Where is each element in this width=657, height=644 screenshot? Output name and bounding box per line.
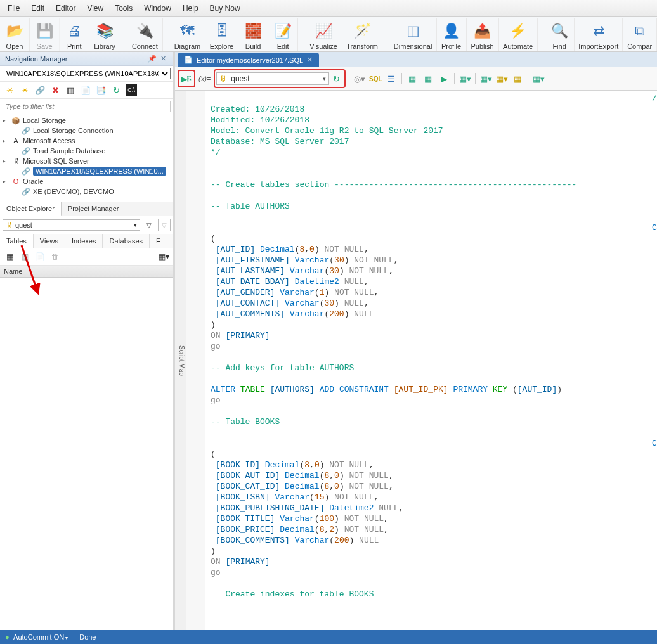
connection-selector[interactable]: WIN10APEX18\SQLEXPRESS (WIN10APEX18\Cl..…	[0, 66, 173, 82]
ribbon-importexport[interactable]: ⇄ImportExport	[575, 18, 623, 51]
nav-ic1-icon[interactable]: ✳	[4, 84, 15, 96]
refresh-button[interactable]: ↻	[329, 72, 343, 86]
ribbon-connect[interactable]: 🔌Connect	[127, 18, 163, 51]
tb-ic3-icon[interactable]: ☰	[384, 72, 398, 86]
ribbon-publish[interactable]: 📤Publish	[467, 18, 499, 51]
print-icon: 🖨	[64, 21, 84, 41]
filter-button[interactable]: ▽	[143, 219, 155, 231]
ribbon-automate[interactable]: ⚡Automate	[499, 18, 538, 51]
nav-ic3-icon[interactable]: 🔗	[34, 84, 46, 96]
tb-ic1-icon[interactable]: ◎▾	[353, 72, 367, 86]
fx-label: (x)=	[197, 75, 212, 82]
tab-databases[interactable]: Databases	[103, 234, 150, 248]
ribbon-edit[interactable]: 📝Edit	[268, 18, 298, 51]
ribbon-compar[interactable]: ⧉Compar	[623, 18, 657, 51]
tab-close-icon[interactable]: ✕	[307, 56, 313, 64]
tab-more[interactable]: F	[150, 234, 167, 248]
tab-object-explorer[interactable]: Object Explorer	[0, 202, 62, 216]
nav-ic7-icon[interactable]: 📑	[95, 84, 107, 96]
tab-project-manager[interactable]: Project Manager	[62, 202, 126, 216]
diagram-icon: 🗺	[177, 21, 197, 41]
ribbon-open[interactable]: 📂Open	[0, 18, 30, 51]
tb-ic5-icon[interactable]: ▦	[421, 72, 435, 86]
tb-ic7-icon[interactable]: ▦▾	[458, 72, 472, 86]
tb-ic4-icon[interactable]: ▦	[405, 72, 419, 86]
tb-ic11-icon[interactable]: ▦▾	[531, 72, 545, 86]
tree-node-icon: 📦	[11, 116, 20, 125]
nav-ic6-icon[interactable]: 📄	[80, 84, 91, 96]
menu-tools[interactable]: Tools	[110, 2, 138, 15]
ribbon-print[interactable]: 🖨Print	[60, 18, 89, 51]
ribbon-library[interactable]: 📚Library	[89, 18, 120, 51]
tb-ic9-icon[interactable]: ▦▾	[495, 72, 509, 86]
filter-clear-button[interactable]: ▽	[158, 219, 171, 231]
editor-tab[interactable]: 📄 Editor mydemosqlserver2017.SQL ✕	[178, 53, 319, 67]
sql-file-icon: 📄	[184, 56, 193, 64]
nav-filter-input[interactable]	[3, 101, 171, 112]
ribbon-transform[interactable]: 🪄Transform	[342, 18, 383, 51]
tab-views[interactable]: Views	[34, 234, 65, 248]
ribbon-explore[interactable]: 🗄Explore	[205, 18, 238, 51]
close-icon[interactable]: ✕	[159, 55, 168, 63]
script-map-sidebar[interactable]: Script Map	[175, 91, 186, 630]
menu-edit[interactable]: Edit	[26, 2, 49, 15]
object-type-tabs: Tables Views Indexes Databases F	[0, 234, 173, 248]
nav-ic8-icon[interactable]: ↻	[110, 84, 122, 96]
tb-ic6-icon[interactable]: ▶	[437, 72, 451, 86]
obj-ic2-icon[interactable]: ▥	[19, 251, 30, 262]
autocommit-status[interactable]: ● AutoCommit ON▾	[5, 633, 68, 641]
tree-node[interactable]: ▸AMicrosoft Access	[3, 136, 171, 146]
obj-ic3-icon[interactable]: 📄	[34, 251, 46, 262]
code-editor[interactable]: /* Created: 10/26/2018 Modified: 10/26/2…	[205, 91, 657, 630]
database-icon: 🛢	[6, 221, 13, 229]
menu-buynow[interactable]: Buy Now	[205, 2, 245, 15]
tree-node[interactable]: 🔗XE (DEVCMO), DEVCMO	[3, 186, 171, 196]
obj-ic1-icon[interactable]: ▦	[4, 251, 15, 262]
nav-ic4-icon[interactable]: ✖	[49, 84, 61, 96]
ribbon-build[interactable]: 🧱Build	[238, 18, 268, 51]
highlight-db-selector: 🛢 quest ▾ ↻	[214, 69, 346, 88]
menu-help[interactable]: Help	[178, 2, 204, 15]
highlight-exec-button: ▶⎘	[178, 70, 195, 87]
nav-ic5-icon[interactable]: ▥	[65, 84, 76, 96]
object-db-selector[interactable]: 🛢 quest ▾	[3, 219, 140, 231]
status-done: Done	[79, 633, 96, 641]
obj-ic4-icon[interactable]: 🗑	[49, 251, 61, 262]
tab-tables[interactable]: Tables	[0, 234, 34, 248]
edit-icon: 📝	[273, 21, 293, 41]
transform-icon: 🪄	[352, 21, 372, 41]
status-bar: ● AutoCommit ON▾ Done	[0, 630, 657, 644]
tree-node[interactable]: 🔗WIN10APEX18\SQLEXPRESS (WIN10...	[3, 166, 171, 176]
nav-icon-row: ✳ ✴ 🔗 ✖ ▥ 📄 📑 ↻ C:\	[0, 82, 173, 99]
obj-view-icon[interactable]: ▦▾	[158, 251, 169, 262]
ribbon-find[interactable]: 🔍Find	[545, 18, 575, 51]
nav-ic9-icon[interactable]: C:\	[126, 84, 137, 96]
ribbon-diagram[interactable]: 🗺Diagram	[170, 18, 205, 51]
menu-editor[interactable]: Editor	[51, 2, 81, 15]
tree-node[interactable]: 🔗Local Storage Connection	[3, 126, 171, 136]
object-list: Name	[0, 266, 173, 630]
editor-db-selector[interactable]: 🛢 quest ▾	[216, 72, 329, 85]
tree-node[interactable]: ▸📦Local Storage	[3, 115, 171, 126]
execute-button[interactable]: ▶⎘	[179, 72, 193, 86]
object-list-header[interactable]: Name	[0, 266, 173, 278]
nav-ic2-icon[interactable]: ✴	[19, 84, 30, 96]
tb-ic10-icon[interactable]: ▦	[511, 72, 524, 86]
pin-icon[interactable]: 📌	[146, 55, 159, 63]
menu-file[interactable]: File	[3, 2, 25, 15]
ribbon-dimensional[interactable]: ◫Dimensional	[390, 18, 437, 51]
tree-node[interactable]: ▸🛢Microsoft SQL Server	[3, 156, 171, 166]
tb-sql-icon[interactable]: SQL	[368, 72, 382, 86]
tree-node[interactable]: 🔗Toad Sample Database	[3, 146, 171, 156]
autocommit-icon: ●	[5, 633, 10, 641]
code-gutter	[186, 91, 205, 630]
tab-indexes[interactable]: Indexes	[65, 234, 103, 248]
menu-view[interactable]: View	[82, 2, 108, 15]
tree-node[interactable]: ▸OOracle	[3, 176, 171, 186]
menu-window[interactable]: Window	[139, 2, 176, 15]
tree-node-icon: 🛢	[11, 157, 20, 165]
ribbon-visualize[interactable]: 📈Visualize	[305, 18, 342, 51]
ribbon-save: 💾Save	[30, 18, 60, 51]
ribbon-profile[interactable]: 👤Profile	[437, 18, 467, 51]
tb-ic8-icon[interactable]: ▦▾	[479, 72, 493, 86]
